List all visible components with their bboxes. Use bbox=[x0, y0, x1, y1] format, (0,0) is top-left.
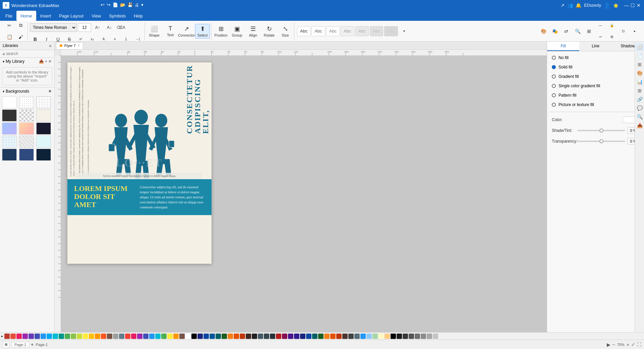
library-collapse-icon[interactable]: « bbox=[49, 43, 52, 48]
group-btn[interactable]: ▣ Group bbox=[230, 24, 244, 39]
style-abc-3[interactable]: Abc bbox=[326, 26, 340, 36]
palette-color-40[interactable] bbox=[246, 334, 251, 339]
palette-color-65[interactable] bbox=[397, 334, 402, 339]
style-abc-2[interactable]: Abc bbox=[311, 26, 325, 36]
format-painter-btn[interactable]: 🖌 bbox=[15, 32, 26, 42]
export-icon-btn[interactable]: 📤 bbox=[636, 121, 644, 130]
print-btn[interactable]: 🖨 bbox=[135, 2, 139, 7]
collab-icon[interactable]: 👥 bbox=[567, 3, 573, 8]
maximize-btn[interactable]: ☐ bbox=[630, 3, 635, 8]
copy-btn[interactable]: ⧉ bbox=[15, 20, 26, 31]
bg-dark-blue-2[interactable] bbox=[19, 149, 34, 161]
single-color-gradient-option[interactable]: Single color gradient fill bbox=[550, 82, 641, 90]
palette-color-41[interactable] bbox=[252, 334, 257, 339]
close-library-icon[interactable]: ✕ bbox=[48, 59, 52, 64]
undo-btn[interactable]: ↩ bbox=[101, 2, 105, 7]
palette-color-33[interactable] bbox=[203, 334, 209, 339]
play-btn[interactable]: ▶ bbox=[607, 342, 610, 347]
menu-symbols[interactable]: Symbols bbox=[105, 11, 130, 21]
palette-color-58[interactable] bbox=[354, 334, 360, 339]
expand-styles-btn[interactable]: ▾ bbox=[399, 26, 410, 37]
canvas-scroll-area[interactable]: Lorem ipsum dolor sit amet, consectetur … bbox=[55, 56, 547, 332]
open-btn[interactable]: 📂 bbox=[120, 2, 125, 7]
palette-color-57[interactable] bbox=[348, 334, 354, 339]
palette-color-16[interactable] bbox=[101, 334, 106, 339]
line-weight-btn[interactable]: ═ bbox=[595, 32, 606, 42]
menu-file[interactable]: File bbox=[1, 11, 16, 21]
upgrade-btn[interactable]: ⭐ bbox=[613, 3, 619, 8]
menu-help[interactable]: Help bbox=[130, 11, 147, 21]
palette-color-66[interactable] bbox=[403, 334, 408, 339]
palette-color-64[interactable] bbox=[391, 334, 396, 339]
palette-color-49[interactable] bbox=[300, 334, 305, 339]
palette-color-32[interactable] bbox=[197, 334, 203, 339]
notification-icon[interactable]: 🔔 bbox=[576, 3, 581, 8]
palette-color-4[interactable] bbox=[28, 334, 34, 339]
increase-font-btn[interactable]: A↑ bbox=[92, 22, 103, 33]
menu-page-layout[interactable]: Page Layout bbox=[55, 11, 87, 21]
palette-color-52[interactable] bbox=[318, 334, 324, 339]
import-icon[interactable]: 📥 bbox=[39, 59, 44, 64]
add-icon[interactable]: + bbox=[45, 59, 47, 64]
text-tool-btn[interactable]: T Text bbox=[163, 24, 178, 39]
picture-texture-option[interactable]: Picture or texture fill bbox=[550, 101, 641, 108]
fill-tab[interactable]: Fill bbox=[547, 42, 579, 51]
shade-tint-slider[interactable] bbox=[577, 130, 625, 131]
fit-btn[interactable]: ⤢ bbox=[631, 342, 635, 347]
extra-btn[interactable]: ⊡ bbox=[618, 26, 629, 37]
user-name[interactable]: EDszeoly bbox=[584, 3, 601, 8]
palette-color-30[interactable] bbox=[185, 334, 191, 339]
style-abc-7[interactable]: Abc bbox=[384, 26, 398, 36]
menu-insert[interactable]: Insert bbox=[36, 11, 55, 21]
gradient-fill-option[interactable]: Gradient fill bbox=[550, 73, 641, 80]
share-icon[interactable]: ↗ bbox=[561, 3, 565, 8]
palette-color-12[interactable] bbox=[77, 334, 82, 339]
paste-btn[interactable]: 📋 bbox=[4, 32, 15, 42]
clear-format-btn[interactable]: ⌫A bbox=[116, 22, 126, 33]
palette-color-22[interactable] bbox=[137, 334, 142, 339]
palette-color-23[interactable] bbox=[143, 334, 149, 339]
palette-color-44[interactable] bbox=[270, 334, 275, 339]
doc-tab-flyer7[interactable]: Flyer 7 × bbox=[56, 42, 83, 49]
font-size-input[interactable] bbox=[78, 23, 91, 32]
palette-color-35[interactable] bbox=[216, 334, 221, 339]
palette-color-48[interactable] bbox=[294, 334, 299, 339]
bg-cyan[interactable] bbox=[36, 136, 51, 148]
zoom-out-btn[interactable]: − bbox=[612, 342, 615, 347]
palette-color-31[interactable] bbox=[191, 334, 197, 339]
palette-color-20[interactable] bbox=[125, 334, 130, 339]
add-page-btn[interactable]: + bbox=[31, 342, 34, 347]
palette-color-37[interactable] bbox=[228, 334, 233, 339]
palette-color-39[interactable] bbox=[240, 334, 245, 339]
palette-color-1[interactable] bbox=[10, 334, 16, 339]
zoom-icon-btn[interactable]: 🔍 bbox=[636, 113, 644, 121]
fill-icon-btn[interactable]: ⬜ bbox=[636, 43, 644, 51]
rotate-btn[interactable]: ↻ Rotate bbox=[262, 24, 277, 39]
fullscreen-btn[interactable]: ⛶ bbox=[637, 342, 641, 347]
palette-color-2[interactable] bbox=[16, 334, 22, 339]
cut-btn[interactable]: ✂ bbox=[4, 20, 15, 31]
transparency-slider[interactable] bbox=[577, 141, 625, 142]
style-abc-4[interactable]: Abc bbox=[341, 26, 354, 36]
search-input[interactable] bbox=[6, 51, 55, 56]
page-1-tab[interactable]: Page-1 bbox=[11, 342, 29, 347]
layers-icon-btn[interactable]: ⊞ bbox=[636, 60, 644, 68]
shape-tool-btn[interactable]: ⬜ Shape bbox=[147, 24, 162, 39]
more-options-btn[interactable]: ⊞ bbox=[606, 32, 617, 42]
menu-home[interactable]: Home bbox=[16, 11, 36, 21]
palette-color-53[interactable] bbox=[324, 334, 330, 339]
line-style-btn[interactable]: — bbox=[595, 20, 606, 31]
palette-color-50[interactable] bbox=[306, 334, 311, 339]
palette-color-43[interactable] bbox=[264, 334, 269, 339]
bg-light-dots[interactable] bbox=[19, 96, 34, 108]
palette-color-27[interactable] bbox=[167, 334, 173, 339]
palette-color-36[interactable] bbox=[222, 334, 227, 339]
backgrounds-header[interactable]: ▾ Backgrounds ✕ bbox=[0, 87, 54, 95]
palette-color-14[interactable] bbox=[89, 334, 94, 339]
palette-color-15[interactable] bbox=[95, 334, 100, 339]
align-btn[interactable]: ☰ Align bbox=[246, 24, 260, 39]
palette-color-67[interactable] bbox=[409, 334, 414, 339]
size-btn[interactable]: ⤡ Size bbox=[278, 24, 293, 39]
palette-color-68[interactable] bbox=[415, 334, 420, 339]
design-canvas[interactable]: Lorem ipsum dolor sit amet, consectetur … bbox=[67, 62, 212, 264]
